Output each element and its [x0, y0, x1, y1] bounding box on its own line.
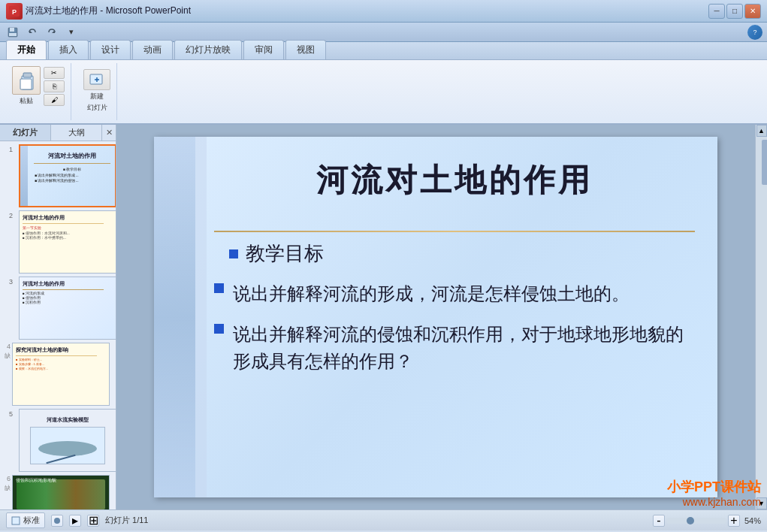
- tab-slideshow[interactable]: 幻灯片放映: [174, 40, 242, 59]
- tab-insert[interactable]: 插入: [48, 40, 89, 59]
- zoom-level: 54%: [744, 516, 761, 525]
- status-bar: 标准 ▸ ⊞ 幻灯片 1/11 - + 54%: [0, 509, 767, 530]
- zoom-out-button[interactable]: -: [653, 515, 665, 527]
- svg-rect-13: [12, 517, 20, 524]
- bullet-2-icon: [214, 324, 224, 334]
- slide-divider: [214, 231, 695, 232]
- main-area: 幻灯片 大纲 ✕ 1 河流对土地的作用 ■ 教学目标 ■ 说出并解释河流的形成.…: [0, 125, 767, 509]
- zoom-in-button[interactable]: +: [728, 515, 740, 527]
- watermark-line2: www.kjzhan.com: [667, 496, 761, 508]
- watermark: 小学PPT课件站 www.kjzhan.com: [667, 478, 761, 508]
- slide-panel: 幻灯片 大纲 ✕ 1 河流对土地的作用 ■ 教学目标 ■ 说出并解释河流的形成.…: [0, 125, 116, 509]
- slide-6-container: 6 缺 侵蚀和沉积地形地貌: [5, 475, 111, 509]
- watermark-line1: 小学PPT课件站: [667, 478, 761, 496]
- section-header: 教学目标: [229, 240, 695, 267]
- slide-6-thumbnail[interactable]: 侵蚀和沉积地形地貌: [12, 475, 110, 509]
- quick-toolbar-dropdown[interactable]: ▾: [63, 25, 80, 40]
- svg-text:P: P: [12, 8, 17, 16]
- window-controls: ─ □ ✕: [708, 4, 761, 19]
- slide-title-area: 河流对土地的作用: [214, 159, 695, 201]
- bullet-text-2: 说出并解释河流的侵蚀和沉积作用，对于地球地形地貌的形成具有怎样的作用？: [233, 321, 695, 375]
- tab-review[interactable]: 审阅: [243, 40, 284, 59]
- slide-1-thumbnail[interactable]: 河流对土地的作用 ■ 教学目标 ■ 说出并解释河流的形成... ■ 说出并解释河…: [19, 144, 116, 207]
- slide-content: 教学目标 说出并解释河流的形成，河流是怎样侵蚀土地的。 说出并解释河流的侵蚀和沉…: [214, 240, 695, 490]
- slide-5-thumbnail[interactable]: 河道水流实验模型: [19, 409, 116, 472]
- help-button[interactable]: ?: [747, 25, 762, 40]
- right-scrollbar: ▲ ▼: [755, 125, 767, 509]
- panel-close-button[interactable]: ✕: [102, 125, 116, 141]
- svg-rect-3: [10, 28, 14, 32]
- zoom-slider[interactable]: [666, 518, 726, 524]
- slide-5-number: 5: [9, 410, 13, 418]
- paste-button[interactable]: [12, 66, 41, 95]
- theme-button[interactable]: 标准: [6, 512, 45, 528]
- status-btn-2[interactable]: ▸: [69, 515, 81, 527]
- svg-rect-4: [9, 33, 17, 36]
- section-bullet: [229, 249, 238, 258]
- bullet-1-icon: [214, 283, 224, 293]
- slide-info: 幻灯片 1/11: [105, 515, 148, 526]
- window-title: 河流对土地的作用 - Microsoft PowerPoint: [26, 5, 191, 17]
- theme-label: 标准: [23, 515, 40, 526]
- slide-2-thumbnail[interactable]: 河流对土地的作用 第一节实验 ■ 侵蚀作用：水流对河床和... ■ 沉积作用：水…: [19, 210, 116, 274]
- copy-button[interactable]: ⎘: [44, 80, 65, 92]
- maximize-button[interactable]: □: [726, 4, 743, 19]
- slide-2-number: 2: [9, 212, 13, 219]
- slide-1-number: 1: [9, 146, 13, 153]
- redo-button[interactable]: [44, 25, 60, 40]
- slide-main-title: 河流对土地的作用: [214, 159, 695, 201]
- title-bar: P 河流对土地的作用 - Microsoft PowerPoint ─ □ ✕: [0, 0, 767, 23]
- svg-rect-8: [23, 73, 32, 77]
- bullet-item-2: 说出并解释河流的侵蚀和沉积作用，对于地球地形地貌的形成具有怎样的作用？: [214, 321, 695, 375]
- ribbon-panel: 粘贴 ✂ ⎘ 🖌 新建: [0, 60, 767, 125]
- svg-rect-9: [20, 79, 32, 89]
- app-icon: P: [6, 3, 23, 20]
- tab-view[interactable]: 视图: [285, 40, 326, 59]
- tab-slides[interactable]: 幻灯片: [0, 125, 51, 141]
- slide-3-thumbnail[interactable]: 河流对土地的作用 ■ 河流的形成 ■ 侵蚀作用 ■ 沉积作用: [19, 277, 116, 340]
- status-btn-1[interactable]: [51, 515, 63, 527]
- status-right: - + 54%: [653, 515, 761, 527]
- minimize-button[interactable]: ─: [708, 4, 725, 19]
- undo-button[interactable]: [24, 25, 41, 40]
- tab-outline[interactable]: 大纲: [51, 125, 102, 141]
- slide-5-container: 5 河道水流实验模型: [5, 409, 111, 472]
- title-bar-left: P 河流对土地的作用 - Microsoft PowerPoint: [6, 3, 191, 20]
- slide-canvas: 河流对土地的作用 教学目标 说出并解释河流的形成，河流是怎样侵蚀土地的。: [154, 137, 717, 497]
- close-button[interactable]: ✕: [744, 4, 761, 19]
- scroll-thumb[interactable]: [762, 140, 768, 185]
- slide-3-container: 3 河流对土地的作用 ■ 河流的形成 ■ 侵蚀作用 ■ 沉积作用: [5, 277, 111, 340]
- bullet-item-1: 说出并解释河流的形成，河流是怎样侵蚀土地的。: [214, 280, 695, 307]
- svg-marker-5: [29, 30, 32, 33]
- slide-2-container: 2 河流对土地的作用 第一节实验 ■ 侵蚀作用：水流对河床和... ■ 沉积作用…: [5, 210, 111, 274]
- slide-4-thumbnail[interactable]: 探究河流对土地的影响 ■ 实验材料：砂土... ■ 实验步骤：1.准备... ■…: [12, 343, 110, 406]
- svg-marker-6: [52, 30, 55, 33]
- cut-button[interactable]: ✂: [44, 67, 65, 79]
- ribbon-group-clipboard: 粘贴 ✂ ⎘ 🖌: [6, 63, 71, 120]
- save-button[interactable]: [5, 25, 21, 40]
- slide-3-number: 3: [9, 278, 13, 286]
- slide-view: 河流对土地的作用 教学目标 说出并解释河流的形成，河流是怎样侵蚀土地的。: [116, 125, 755, 509]
- bullet-text-1: 说出并解释河流的形成，河流是怎样侵蚀土地的。: [233, 280, 630, 307]
- tab-design[interactable]: 设计: [90, 40, 131, 59]
- status-btn-3[interactable]: ⊞: [87, 515, 99, 527]
- slide-deco-left: [154, 137, 195, 497]
- format-painter-button[interactable]: 🖌: [44, 94, 65, 106]
- ribbon-group-slides: 新建 幻灯片: [77, 63, 117, 120]
- slide-panel-tabs: 幻灯片 大纲 ✕: [0, 125, 116, 141]
- ribbon-tabs: 开始 插入 设计 动画 幻灯片放映 审阅 视图: [0, 42, 767, 60]
- status-left: 标准 ▸ ⊞ 幻灯片 1/11: [6, 512, 148, 528]
- section-title: 教学目标: [246, 240, 324, 267]
- tab-animation[interactable]: 动画: [132, 40, 173, 59]
- tab-home[interactable]: 开始: [6, 40, 47, 59]
- scroll-up-button[interactable]: ▲: [756, 125, 767, 137]
- new-slide-button[interactable]: [83, 69, 110, 90]
- slide-1-container: 1 河流对土地的作用 ■ 教学目标 ■ 说出并解释河流的形成... ■ 说出并解…: [5, 144, 111, 207]
- slide-4-container: 4 缺 探究河流对土地的影响 ■ 实验材料：砂土... ■ 实验步骤：1.准备.…: [5, 343, 111, 406]
- slide-deco-left2: [195, 137, 207, 497]
- svg-point-14: [54, 518, 60, 524]
